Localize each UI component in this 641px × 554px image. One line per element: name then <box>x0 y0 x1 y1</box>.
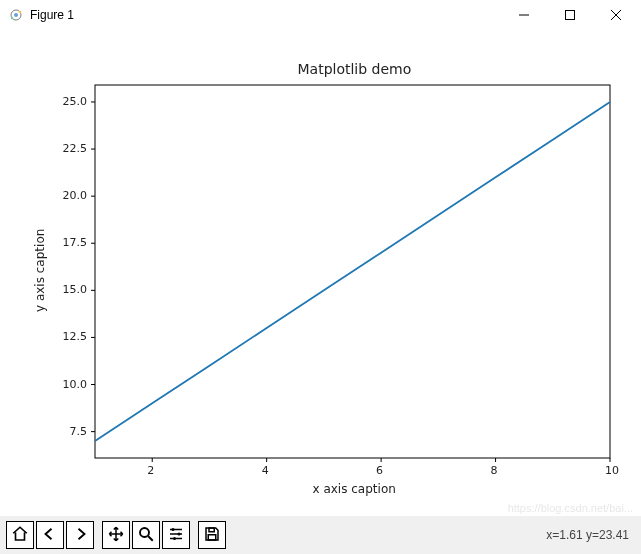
svg-point-3 <box>11 17 13 19</box>
svg-rect-30 <box>208 534 216 539</box>
svg-point-1 <box>14 13 18 17</box>
forward-icon <box>71 525 89 546</box>
zoom-icon <box>137 525 155 546</box>
window-title: Figure 1 <box>30 8 74 22</box>
save-figure-icon <box>203 525 221 546</box>
app-icon <box>8 7 24 23</box>
pan-button[interactable] <box>102 521 130 549</box>
svg-point-28 <box>173 537 176 540</box>
pan-icon <box>107 525 125 546</box>
save-figure-button[interactable] <box>198 521 226 549</box>
svg-rect-5 <box>566 11 575 20</box>
chart-svg <box>0 30 641 516</box>
svg-point-27 <box>178 532 181 535</box>
titlebar: Figure 1 <box>0 0 641 30</box>
configure-subplots-button[interactable] <box>162 521 190 549</box>
configure-subplots-icon <box>167 525 185 546</box>
navigation-toolbar: x=1.61 y=23.41 <box>0 516 641 554</box>
svg-rect-29 <box>209 528 214 532</box>
x-axis-label: x axis caption <box>313 482 396 496</box>
plot-area[interactable]: 2468107.510.012.515.017.520.022.525.0Mat… <box>0 30 641 516</box>
back-icon <box>41 525 59 546</box>
forward-button[interactable] <box>66 521 94 549</box>
y-axis-label: y axis caption <box>33 228 47 311</box>
svg-point-21 <box>140 528 149 537</box>
back-button[interactable] <box>36 521 64 549</box>
data-line <box>95 102 610 441</box>
svg-point-2 <box>19 11 21 13</box>
maximize-button[interactable] <box>547 0 593 30</box>
coord-readout: x=1.61 y=23.41 <box>546 528 635 542</box>
chart-title: Matplotlib demo <box>298 61 412 77</box>
minimize-button[interactable] <box>501 0 547 30</box>
close-button[interactable] <box>593 0 639 30</box>
svg-point-26 <box>172 528 175 531</box>
svg-line-22 <box>148 536 153 541</box>
home-button[interactable] <box>6 521 34 549</box>
zoom-button[interactable] <box>132 521 160 549</box>
home-icon <box>11 525 29 546</box>
